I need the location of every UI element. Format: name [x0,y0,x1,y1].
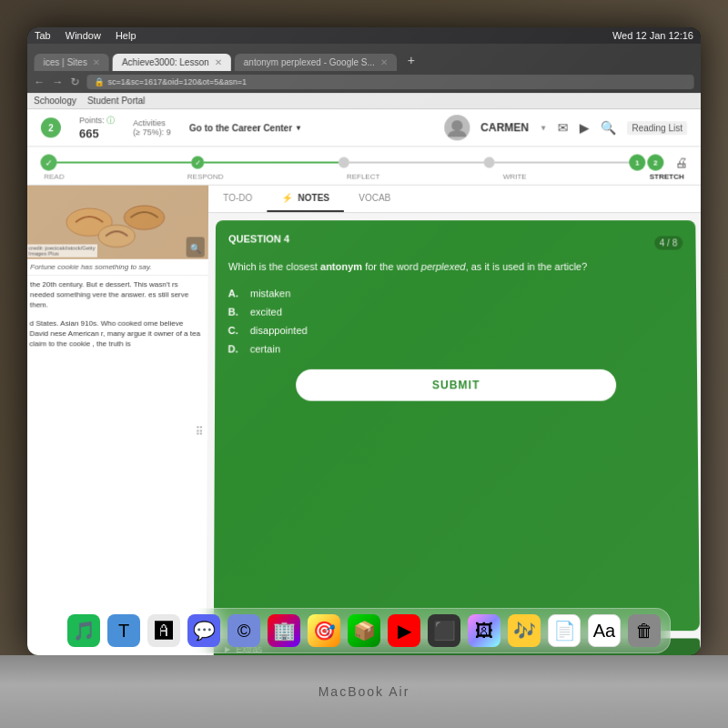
read-check-icon: ✓ [40,154,56,170]
mail-icon[interactable]: ✉ [558,120,569,135]
step-line-1 [57,162,192,164]
answer-option-d[interactable]: D. certain [228,343,683,354]
dock-calculator[interactable]: ⬛ [428,614,460,647]
bookmark-student-portal[interactable]: Student Portal [87,96,146,106]
step-line-3 [349,162,484,164]
step-label-read: READ [44,173,64,181]
dock-youtube[interactable]: ▶ [388,614,420,647]
answer-option-a[interactable]: A. mistaken [228,288,683,298]
step-label-reflect: REFLECT [347,173,380,181]
answer-label-b: B. [228,306,243,317]
dock-chrome[interactable]: © [228,614,260,647]
tab-close-google-icon[interactable]: ✕ [380,57,388,67]
secure-icon: 🔒 [94,77,104,86]
stretch-badge-2[interactable]: 2 [647,154,663,170]
dock-unknown2[interactable]: 🎯 [308,614,340,647]
refresh-icon[interactable]: ↻ [70,76,79,88]
forward-icon[interactable]: → [52,76,63,88]
dock-photos[interactable]: 🖼 [468,614,500,647]
dock-discord[interactable]: 💬 [187,614,220,647]
tab-notes[interactable]: ⚡ NOTES [267,186,344,212]
app-logo: 2 [41,117,61,137]
browser-chrome: ices | Sites ✕ Achieve3000: Lesson ✕ ant… [27,44,701,71]
question-number: QUESTION 4 [228,233,289,244]
article-panel: credit: joecicak/istock/GettyImages Plus… [27,186,208,655]
answer-option-c[interactable]: C. disappointed [228,324,684,335]
address-bar[interactable]: 🔒 sc=1&sc=1617&oid=120&ot=5&asn=1 [86,75,693,89]
image-credit: credit: joecicak/istock/GettyImages Plus [27,244,97,257]
user-name[interactable]: CARMEN [480,121,529,134]
dock-appstore[interactable]: 🅰 [147,614,180,647]
activities-section: Activities (≥ 75%): 9 [133,118,171,136]
tab-close-icon[interactable]: ✕ [93,57,100,67]
tab-vocab[interactable]: VOCAB [344,186,405,212]
step-reflect[interactable] [339,157,349,168]
datetime: Wed 12 Jan 12:16 [612,30,693,41]
points-info-icon[interactable]: ⓘ [106,116,115,125]
activities-label: Activities [133,118,171,127]
back-icon[interactable]: ← [34,76,45,88]
tab-close-active-icon[interactable]: ✕ [215,57,222,67]
points-label: Points: ⓘ [79,115,115,126]
drag-handle-icon[interactable]: ⠿ [196,425,204,438]
dock-notes[interactable]: 📄 [548,614,581,647]
new-tab-button[interactable]: + [400,49,422,71]
user-section: CARMEN ▼ ✉ ▶ 🔍 Reading List [444,115,687,140]
svg-point-4 [98,225,135,247]
career-center-button[interactable]: Go to the Career Center ▼ [189,123,302,133]
answer-options: A. mistaken B. excited C. disappointed [228,288,683,354]
print-icon[interactable]: 🖨 [674,154,687,170]
dock-music[interactable]: 🎶 [508,614,541,647]
step-label-stretch: STRETCH [650,173,684,181]
zoom-icon[interactable]: 🔍 [187,237,205,257]
avatar-icon [444,115,470,140]
dock-teams[interactable]: T [107,614,140,647]
question-card: QUESTION 4 4 / 8 Which is the closest an… [214,220,700,631]
answer-label-a: A. [228,288,243,298]
dock-dictionary[interactable]: Aa [588,614,621,647]
points-section: Points: ⓘ 665 [79,115,115,140]
question-text: Which is the closest antonym for the wor… [228,259,683,275]
answer-text-d: certain [250,343,280,354]
app-header: 2 Points: ⓘ 665 Activities (≥ 75%): 9 Go… [27,109,701,147]
answer-text-c: disappointed [250,324,308,335]
tab-label: ices | Sites [44,57,87,67]
dock-trash[interactable]: 🗑 [628,614,661,647]
play-icon[interactable]: ▶ [580,120,590,135]
step-line-2 [204,162,339,164]
activities-value: (≥ 75%): 9 [133,127,171,136]
dock-unknown1[interactable]: 🏢 [268,614,300,647]
question-progress: 4 / 8 [654,236,683,249]
browser-tab-achieve[interactable]: Achieve3000: Lesson ✕ [113,54,231,71]
dock-spotify[interactable]: 🎵 [67,614,100,647]
tab-label-google: antonym perplexed - Google S... [244,57,375,67]
answer-option-b[interactable]: B. excited [228,306,684,317]
panel-tabs: TO-DO ⚡ NOTES VOCAB [208,186,701,213]
step-label-respond: RESPOND [187,173,224,181]
tab-todo[interactable]: TO-DO [208,186,268,212]
steps-labels: READ RESPOND REFLECT WRITE STRETCH [40,173,687,181]
menu-tab[interactable]: Tab [35,30,51,41]
menu-window[interactable]: Window [66,30,101,41]
answer-text-b: excited [250,306,282,317]
notes-icon: ⚡ [282,193,293,203]
submit-button[interactable]: SUBMIT [297,369,616,400]
step-line-4 [495,162,630,164]
dock-unknown3[interactable]: 📦 [348,614,380,647]
browser-tab-google[interactable]: antonym perplexed - Google S... ✕ [235,54,397,71]
points-value: 665 [79,126,115,140]
answer-label-d: D. [228,343,242,354]
step-write[interactable] [484,157,495,168]
step-respond[interactable]: ✓ [191,156,204,168]
browser-tab-sites[interactable]: ices | Sites ✕ [34,54,108,71]
answer-text-a: mistaken [250,288,290,298]
macbook-label: MacBook Air [318,684,410,699]
menu-help[interactable]: Help [116,30,136,41]
bookmark-schoology[interactable]: Schoology [34,96,76,106]
search-icon[interactable]: 🔍 [601,120,616,135]
user-dropdown-icon[interactable]: ▼ [540,124,547,132]
stretch-badge-1[interactable]: 1 [629,154,645,170]
macbook-base: MacBook Air [0,655,728,728]
reading-list-button[interactable]: Reading List [627,121,687,135]
article-text-1: the 20th century. But e dessert. This wa… [27,276,208,314]
